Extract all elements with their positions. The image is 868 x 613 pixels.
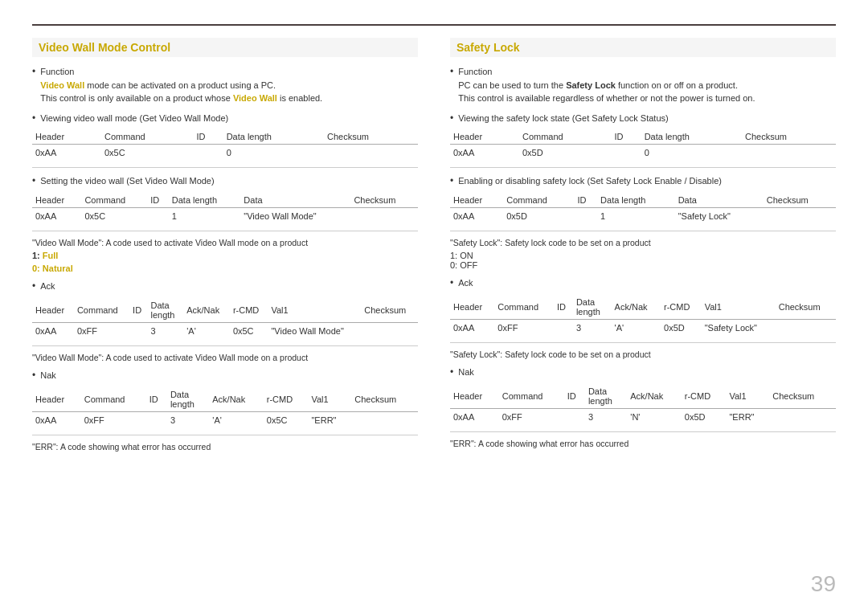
th-dl-s: Data length bbox=[169, 193, 241, 208]
td-0xff-n: 0xFF bbox=[81, 411, 146, 428]
td-rcmd-a-v: 0x5C bbox=[230, 322, 268, 339]
th-nak-n: Ack/Nak bbox=[209, 387, 264, 412]
td-id-a bbox=[129, 322, 147, 339]
rth-rcmd-n: r-CMD bbox=[682, 384, 727, 409]
th-id-n: ID bbox=[146, 387, 167, 412]
th-rcmd-a: r-CMD bbox=[230, 298, 268, 323]
right-section-title: Safety Lock bbox=[450, 38, 836, 57]
rtd-val1-a-v: "Safety Lock" bbox=[702, 319, 776, 336]
left-ack-table-section: Header Command ID Datalength Ack/Nak r-C… bbox=[32, 298, 418, 339]
th-dl-a: Datalength bbox=[147, 298, 183, 323]
left-func-line2: This control is only available on a prod… bbox=[40, 93, 322, 103]
left-func-line1: Video Wall mode can be activated on a pr… bbox=[40, 80, 276, 90]
rtd-nak-n-v: 'N' bbox=[627, 408, 682, 425]
rtd-dl-a-v: 3 bbox=[573, 319, 612, 336]
th-checksum: Checksum bbox=[324, 129, 418, 145]
rtd-dl-2: 1 bbox=[597, 208, 675, 225]
th-val1-n: Val1 bbox=[308, 387, 351, 412]
td-data-2: "Video Wall Mode" bbox=[240, 208, 350, 225]
left-note2: "Video Wall Mode": A code used to activa… bbox=[32, 353, 418, 362]
rth-h-a: Header bbox=[450, 295, 494, 320]
td-id-2 bbox=[147, 208, 168, 225]
th-id-s: ID bbox=[147, 193, 168, 208]
left-val0: 0: Natural bbox=[32, 264, 418, 273]
right-get-label: Viewing the safety lock state (Get Safet… bbox=[458, 112, 668, 125]
left-get-row: 0xAA 0x5C 0 bbox=[32, 145, 418, 161]
bullet-dot-r2: • bbox=[450, 112, 453, 125]
td-0x5c-1: 0x5C bbox=[101, 145, 194, 161]
divider-1 bbox=[32, 167, 418, 168]
right-val1: 1: ON bbox=[450, 251, 836, 260]
rtd-data-2: "Safety Lock" bbox=[675, 208, 764, 225]
rth-dl-n: Datalength bbox=[585, 384, 627, 409]
left-function-label: Function bbox=[40, 67, 74, 76]
left-set-table-section: Header Command ID Data length Data Check… bbox=[32, 193, 418, 224]
rtd-0xff-n: 0xFF bbox=[499, 408, 564, 425]
td-dl-1: 0 bbox=[223, 145, 324, 161]
rtd-val1-n-v: "ERR" bbox=[726, 408, 769, 425]
right-set-table: Header Command ID Data length Data Check… bbox=[450, 193, 836, 224]
td-0xaa-n: 0xAA bbox=[32, 411, 81, 428]
right-set-bullet: • Enabling or disabling safety lock (Set… bbox=[450, 174, 836, 188]
right-get-bullet: • Viewing the safety lock state (Get Saf… bbox=[450, 112, 836, 125]
td-dl-2: 1 bbox=[169, 208, 241, 225]
divider-2 bbox=[32, 231, 418, 231]
right-get-table-section: Header Command ID Data length Checksum 0… bbox=[450, 129, 836, 161]
right-set-label: Enabling or disabling safety lock (Set S… bbox=[458, 174, 722, 188]
left-get-bullet: • Viewing video wall mode (Get Video Wal… bbox=[32, 112, 418, 125]
td-cs-n-v bbox=[351, 411, 418, 428]
left-err-note: "ERR": A code showing what error has occ… bbox=[32, 442, 418, 452]
rtd-cs-1 bbox=[742, 145, 836, 161]
rtd-dl-1: 0 bbox=[641, 145, 742, 161]
rth-header: Header bbox=[450, 129, 519, 145]
left-nak-table: Header Command ID Datalength Ack/Nak r-C… bbox=[32, 387, 418, 428]
left-vw-highlight1: Video Wall bbox=[40, 80, 84, 90]
right-ack-bullet: • Ack bbox=[450, 276, 836, 290]
th-command: Command bbox=[101, 129, 194, 145]
td-val1-a-v: "Video Wall Mode" bbox=[268, 322, 361, 339]
right-function-label: Function bbox=[458, 67, 492, 76]
page-number: 39 bbox=[811, 571, 836, 597]
rtd-0xaa-n: 0xAA bbox=[450, 408, 499, 425]
left-ack-bullet: • Ack bbox=[32, 280, 418, 293]
left-set-bullet: • Setting the video wall (Set Video Wall… bbox=[32, 174, 418, 188]
left-val1: 1: Full bbox=[32, 251, 418, 260]
th-ack-a: Ack/Nak bbox=[183, 298, 230, 323]
right-func-line2: This control is available regardless of … bbox=[458, 93, 755, 103]
td-dl-a-v: 3 bbox=[147, 322, 183, 339]
rtd-0xaa-a: 0xAA bbox=[450, 319, 494, 336]
th-header: Header bbox=[32, 129, 101, 145]
rtd-id-a bbox=[554, 319, 573, 336]
left-nak-bullet: • Nak bbox=[32, 369, 418, 382]
th-cs-a: Checksum bbox=[361, 298, 418, 323]
rth-id-s: ID bbox=[575, 193, 598, 208]
bullet-dot-3: • bbox=[32, 174, 35, 188]
rth-cmd-n: Command bbox=[499, 384, 564, 409]
left-val1-gold: Full bbox=[43, 251, 59, 260]
th-datalength: Data length bbox=[223, 129, 324, 145]
rth-dl-a: Datalength bbox=[573, 295, 612, 320]
right-column: Safety Lock • Function PC can be used to… bbox=[450, 38, 836, 455]
rtd-cs-2 bbox=[764, 208, 836, 225]
td-id-n-v bbox=[146, 411, 167, 428]
rth-id: ID bbox=[612, 129, 641, 145]
right-err-note: "ERR": A code showing what error has occ… bbox=[450, 439, 836, 448]
left-val0-label: Natural bbox=[43, 264, 73, 273]
right-note1: "Safety Lock": Safety lock code to be se… bbox=[450, 238, 836, 247]
rth-rcmd-a: r-CMD bbox=[661, 295, 702, 320]
left-get-table: Header Command ID Data length Checksum 0… bbox=[32, 129, 418, 161]
divider-4 bbox=[32, 435, 418, 435]
th-val1-a: Val1 bbox=[268, 298, 361, 323]
bullet-dot-r3: • bbox=[450, 174, 453, 188]
th-header-s: Header bbox=[32, 193, 81, 208]
divider-3 bbox=[32, 345, 418, 346]
safety-lock-bold: Safety Lock bbox=[566, 80, 616, 90]
rth-cmd-a: Command bbox=[494, 295, 554, 320]
th-id-a: ID bbox=[129, 298, 147, 323]
rth-val1-a: Val1 bbox=[702, 295, 776, 320]
bullet-dot-5: • bbox=[32, 369, 35, 382]
td-cs-a-v bbox=[361, 322, 418, 339]
bullet-dot-1: • bbox=[32, 65, 35, 79]
rth-header-s: Header bbox=[450, 193, 503, 208]
th-cs-s: Checksum bbox=[350, 193, 418, 208]
